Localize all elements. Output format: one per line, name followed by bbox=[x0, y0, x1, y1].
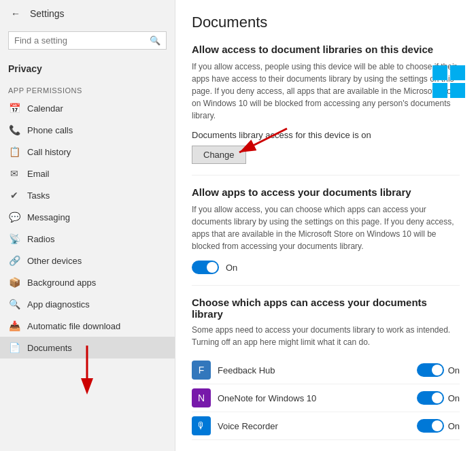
phone-calls-icon: 📞 bbox=[8, 124, 20, 135]
sidebar-label-background-apps: Background apps bbox=[27, 278, 96, 288]
apps-access-toggle[interactable] bbox=[192, 261, 219, 274]
onenote-toggle[interactable] bbox=[417, 391, 444, 405]
sidebar-item-other-devices[interactable]: 🔗Other devices bbox=[0, 250, 175, 271]
messaging-icon: 💬 bbox=[8, 212, 20, 222]
sidebar-item-radios[interactable]: 📡Radios bbox=[0, 228, 175, 250]
sidebar-item-phone-calls[interactable]: 📞Phone calls bbox=[0, 119, 175, 141]
voice-recorder-toggle-row: On bbox=[417, 419, 460, 433]
sidebar: ← Settings 🔍 Privacy App permissions 📅Ca… bbox=[0, 0, 175, 451]
section2-desc: If you allow access, you can choose whic… bbox=[192, 203, 460, 252]
main-content: Documents Allow access to document libra… bbox=[175, 0, 476, 451]
other-devices-icon: 🔗 bbox=[8, 255, 20, 266]
sidebar-nav: 📅Calendar📞Phone calls📋Call history✉Email… bbox=[0, 97, 175, 358]
svg-rect-2 bbox=[432, 65, 447, 80]
sidebar-label-tasks: Tasks bbox=[27, 190, 50, 201]
calendar-icon: 📅 bbox=[8, 103, 20, 114]
search-icon-button[interactable]: 🔍 bbox=[144, 33, 166, 48]
svg-rect-4 bbox=[432, 83, 447, 98]
sidebar-item-auto-file-download[interactable]: 📥Automatic file download bbox=[0, 315, 175, 337]
feedback-hub-icon: F bbox=[192, 361, 211, 380]
sidebar-label-app-diagnostics: App diagnostics bbox=[27, 299, 90, 310]
feedback-hub-toggle[interactable] bbox=[417, 363, 444, 377]
app-row-voice-recorder: 🎙 Voice Recorder On bbox=[192, 412, 460, 440]
voice-recorder-toggle[interactable] bbox=[417, 419, 444, 433]
sidebar-item-background-apps[interactable]: 📦Background apps bbox=[0, 271, 175, 293]
sidebar-label-other-devices: Other devices bbox=[27, 256, 82, 266]
sidebar-item-tasks[interactable]: ✔Tasks bbox=[0, 184, 175, 206]
onenote-icon: N bbox=[192, 388, 211, 407]
onenote-toggle-label: On bbox=[448, 393, 460, 403]
apps-access-toggle-label: On bbox=[226, 263, 237, 273]
sidebar-label-radios: Radios bbox=[27, 234, 54, 244]
feedback-hub-toggle-label: On bbox=[448, 365, 460, 375]
sidebar-label-phone-calls: Phone calls bbox=[27, 125, 73, 135]
documents-icon: 📄 bbox=[8, 342, 20, 353]
page-title: Documents bbox=[192, 14, 460, 31]
sidebar-item-call-history[interactable]: 📋Call history bbox=[0, 141, 175, 163]
svg-rect-3 bbox=[450, 65, 465, 80]
app-diagnostics-icon: 🔍 bbox=[8, 299, 20, 310]
email-icon: ✉ bbox=[8, 168, 20, 179]
search-box: 🔍 bbox=[8, 31, 167, 50]
onenote-toggle-row: On bbox=[417, 391, 460, 405]
radios-icon: 📡 bbox=[8, 233, 20, 244]
section-divider-2 bbox=[192, 285, 460, 286]
apps-list: F Feedback Hub On N OneNote for Windows … bbox=[192, 356, 460, 440]
sidebar-label-email: Email bbox=[27, 169, 50, 179]
voice-recorder-icon: 🎙 bbox=[192, 416, 211, 435]
sidebar-item-calendar[interactable]: 📅Calendar bbox=[0, 97, 175, 119]
background-apps-icon: 📦 bbox=[8, 277, 20, 288]
section-divider-1 bbox=[192, 175, 460, 176]
feedback-hub-toggle-row: On bbox=[417, 363, 460, 377]
auto-file-download-icon: 📥 bbox=[8, 320, 20, 331]
device-access-label: Documents library access for this device… bbox=[192, 130, 460, 140]
voice-recorder-name: Voice Recorder bbox=[218, 421, 410, 431]
sidebar-label-documents: Documents bbox=[27, 343, 72, 353]
section1-desc: If you allow access, people using this d… bbox=[192, 61, 460, 122]
app-row-onenote: N OneNote for Windows 10 On bbox=[192, 384, 460, 412]
change-button[interactable]: Change bbox=[192, 146, 246, 164]
sidebar-item-documents[interactable]: 📄Documents bbox=[0, 337, 175, 358]
app-permissions-label: App permissions bbox=[0, 78, 175, 97]
section2-title: Allow apps to access your documents libr… bbox=[192, 186, 460, 198]
windows-logo bbox=[431, 64, 466, 99]
section3-title: Choose which apps can access your docume… bbox=[192, 297, 460, 320]
section1-title: Allow access to document libraries on th… bbox=[192, 44, 460, 55]
call-history-icon: 📋 bbox=[8, 146, 20, 157]
section3-desc: Some apps need to access your documents … bbox=[192, 324, 460, 348]
onenote-name: OneNote for Windows 10 bbox=[218, 393, 410, 403]
sidebar-label-call-history: Call history bbox=[27, 147, 71, 157]
voice-recorder-toggle-label: On bbox=[448, 421, 460, 431]
svg-rect-5 bbox=[450, 83, 465, 98]
sidebar-item-email[interactable]: ✉Email bbox=[0, 163, 175, 184]
privacy-label: Privacy bbox=[0, 54, 175, 78]
tasks-icon: ✔ bbox=[8, 190, 20, 201]
app-row-feedback-hub: F Feedback Hub On bbox=[192, 356, 460, 384]
sidebar-item-messaging[interactable]: 💬Messaging bbox=[0, 206, 175, 228]
sidebar-label-calendar: Calendar bbox=[27, 103, 63, 114]
back-button[interactable]: ← bbox=[8, 7, 23, 20]
settings-title: Settings bbox=[30, 8, 65, 19]
windows-logo-area bbox=[431, 64, 466, 101]
feedback-hub-name: Feedback Hub bbox=[218, 365, 410, 375]
sidebar-label-messaging: Messaging bbox=[27, 212, 70, 222]
sidebar-top: ← Settings bbox=[0, 0, 175, 27]
apps-access-toggle-row: On bbox=[192, 261, 460, 274]
sidebar-item-app-diagnostics[interactable]: 🔍App diagnostics bbox=[0, 293, 175, 315]
search-input[interactable] bbox=[9, 32, 144, 49]
sidebar-label-auto-file-download: Automatic file download bbox=[27, 321, 120, 331]
